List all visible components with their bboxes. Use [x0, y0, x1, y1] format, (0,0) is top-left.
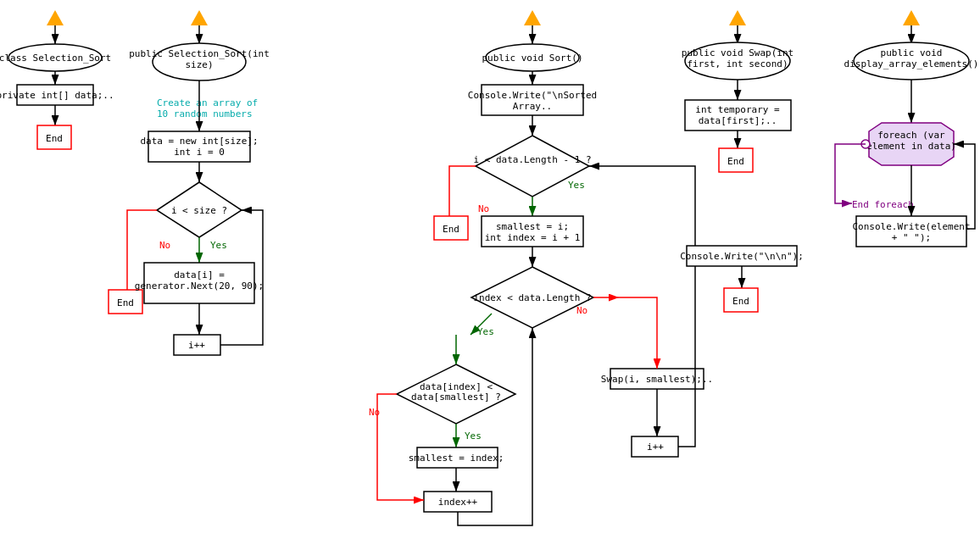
col3-iinc-loop-arrow	[589, 166, 695, 447]
col4-terminal-label1: public void Swap(int	[682, 47, 793, 58]
col3-no2-label: No	[576, 305, 587, 316]
flowchart-container: class Selection_Sort private int[] data;…	[0, 0, 980, 550]
col3-process1-label1: Console.Write("\nSorted	[468, 90, 597, 101]
col5-process1-label1: Console.Write(element	[852, 221, 970, 232]
col4-terminal-label2: first, int second)	[687, 58, 788, 69]
col3-yes3-label: Yes	[465, 431, 482, 442]
col2-terminal-label: public Selection_Sort(int	[129, 48, 270, 59]
col3-yes2-label: Yes	[477, 326, 494, 337]
col2-inc-label: i++	[188, 340, 205, 351]
col3-start-triangle	[524, 10, 541, 25]
col5-foreach-label2: element in data)	[866, 141, 956, 152]
col5-terminal-label1: public void	[881, 47, 943, 58]
col4-start-triangle	[729, 10, 746, 25]
col2-start-triangle	[191, 10, 208, 25]
col5-process1-label2: + " ");	[892, 232, 931, 243]
col4-end2-label: End	[732, 296, 749, 307]
col2-no-label: No	[159, 240, 170, 251]
col2-comment2: 10 random numbers	[157, 108, 253, 119]
col3-terminal-label: public void Sort()	[482, 53, 582, 64]
col5-end-foreach-label: End foreach	[852, 199, 914, 210]
col4-process1-label1: int temporary =	[695, 104, 780, 115]
col2-comment1: Create an array of	[157, 97, 258, 108]
col2-end-label: End	[117, 297, 134, 308]
col3-smallest-label: smallest = index;	[409, 453, 504, 464]
col3-no2-arrow2	[619, 297, 657, 369]
col3-decision2-label: index < data.Length ?	[473, 292, 591, 303]
col3-indexpp-label: index++	[438, 497, 478, 508]
col3-process2-label2: int index = i + 1	[485, 232, 581, 243]
col4-process1-label2: data[first];..	[699, 115, 777, 126]
col1-process-label: private int[] data;..	[0, 90, 114, 101]
col1-start-triangle	[47, 10, 64, 25]
col2-terminal-label2: size)	[185, 59, 213, 70]
col3-no3-label: No	[369, 407, 380, 418]
col2-yes-label: Yes	[210, 240, 227, 251]
col3-iinc-label: i++	[647, 442, 664, 453]
col3-end1-label: End	[443, 224, 459, 235]
col3-yes1-label: Yes	[568, 180, 585, 191]
col4-process2-label: Console.Write("\n\n");	[680, 251, 804, 262]
col5-foreach-label1: foreach (var	[877, 130, 945, 141]
col1-terminal-label: class Selection_Sort	[0, 53, 111, 64]
col2-process1-label2: generator.Next(20, 90);	[135, 281, 264, 292]
col2-decision1-label: i < size ?	[171, 205, 227, 216]
col3-process2-label1: smallest = i;	[496, 221, 569, 232]
col5-endforeach-arrow	[835, 144, 866, 203]
col1-end-label: End	[46, 133, 63, 144]
col3-decision1-label1: i < data.Length - 1 ?	[473, 154, 591, 165]
col2-init-label2: int i = 0	[174, 147, 225, 158]
col5-start-triangle	[903, 10, 920, 25]
flowchart-svg: class Selection_Sort private int[] data;…	[0, 0, 980, 550]
col3-process1-label2: Array..	[513, 101, 552, 112]
col3-no1-label: No	[478, 203, 489, 214]
col5-terminal-label2: display_array_elements()	[844, 58, 979, 69]
col2-init-label1: data = new int[size];	[140, 136, 258, 147]
col3-decision3-label2: data[smallest] ?	[411, 392, 501, 403]
col4-end1-label: End	[727, 156, 744, 167]
col2-process1-label1: data[i] =	[174, 269, 225, 281]
col3-swap-label: Swap(i, smallest);..	[601, 374, 713, 385]
